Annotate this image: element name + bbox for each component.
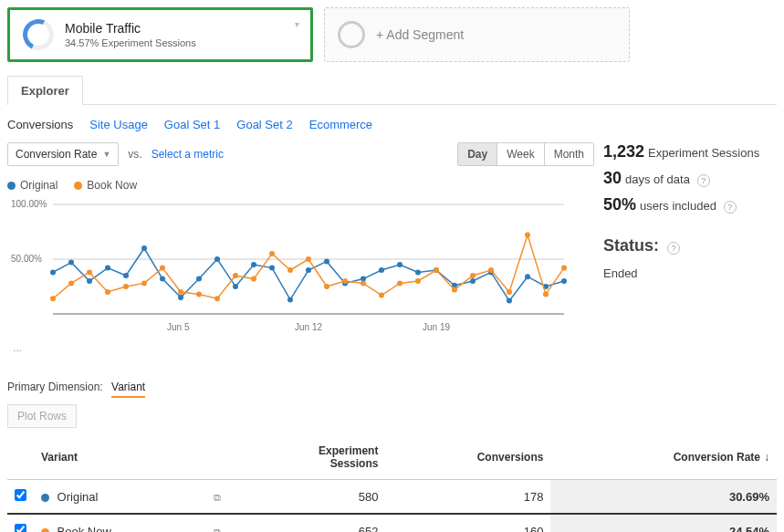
help-icon[interactable]: ? <box>697 174 710 187</box>
svg-point-52 <box>324 284 329 289</box>
legend-original: Original <box>7 179 57 192</box>
svg-point-16 <box>196 276 202 282</box>
cell-rate: 24.54% <box>550 514 777 532</box>
th-conversions[interactable]: Conversions <box>385 435 550 480</box>
svg-point-22 <box>306 267 311 273</box>
svg-point-57 <box>415 278 421 284</box>
caret-down-icon: ▼ <box>102 150 110 159</box>
primary-dimension-label: Primary Dimension: <box>7 381 103 393</box>
cell-variant: Original <box>34 480 206 515</box>
svg-point-63 <box>525 233 530 238</box>
svg-point-41 <box>123 284 129 289</box>
svg-point-33 <box>507 298 512 304</box>
svg-point-60 <box>470 273 476 278</box>
svg-point-39 <box>87 269 92 275</box>
th-variant[interactable]: Variant <box>34 435 206 480</box>
svg-point-17 <box>214 256 220 262</box>
vs-label: vs. <box>128 148 141 161</box>
svg-point-58 <box>434 267 439 273</box>
svg-point-46 <box>214 296 220 301</box>
chevron-down-icon: ▾ <box>295 19 299 29</box>
th-checkbox <box>7 435 34 480</box>
help-icon[interactable]: ? <box>724 201 737 214</box>
dot-icon-orange <box>41 528 49 532</box>
metric2-select[interactable]: Select a metric <box>152 148 224 161</box>
svg-text:Jun 19: Jun 19 <box>423 322 450 332</box>
dot-icon-blue <box>41 494 49 502</box>
svg-point-37 <box>50 296 56 301</box>
segment-mobile-traffic[interactable]: Mobile Traffic 34.57% Experiment Session… <box>7 7 313 62</box>
svg-point-51 <box>306 256 311 262</box>
svg-point-61 <box>488 267 494 273</box>
table-row: Book Now⧉65216024.54% <box>7 514 777 532</box>
summary-users: 50% users included ? <box>603 195 777 214</box>
gran-week[interactable]: Week <box>497 143 544 165</box>
legend-booknow: Book Now <box>74 179 137 192</box>
primary-dimension-value[interactable]: Variant <box>111 381 145 398</box>
cell-rate: 30.69% <box>550 480 777 515</box>
status-heading: Status: ? <box>603 236 777 256</box>
svg-point-55 <box>379 293 384 298</box>
svg-point-28 <box>415 269 421 275</box>
svg-point-49 <box>269 251 275 256</box>
help-icon[interactable]: ? <box>667 242 680 255</box>
subtab-site-usage[interactable]: Site Usage <box>89 118 148 131</box>
svg-text:100.00%: 100.00% <box>11 199 47 209</box>
svg-point-8 <box>50 269 56 275</box>
subtab-goal2[interactable]: Goal Set 2 <box>236 118 292 131</box>
svg-point-20 <box>269 266 275 271</box>
svg-point-15 <box>178 295 183 300</box>
metric1-label: Conversion Rate <box>16 148 97 161</box>
svg-point-27 <box>397 262 402 267</box>
svg-point-42 <box>141 280 147 286</box>
cell-conversions: 178 <box>385 480 550 515</box>
svg-point-65 <box>561 266 567 271</box>
subtab-goal1[interactable]: Goal Set 1 <box>164 118 220 131</box>
gran-month[interactable]: Month <box>545 143 593 165</box>
add-segment-button[interactable]: + Add Segment <box>324 7 630 62</box>
status-value: Ended <box>603 266 777 280</box>
subtab-ecommerce[interactable]: Ecommerce <box>309 118 372 131</box>
row-checkbox[interactable] <box>15 489 26 501</box>
svg-point-36 <box>561 278 567 284</box>
svg-point-53 <box>342 278 348 284</box>
svg-point-56 <box>397 280 402 286</box>
dot-icon-orange <box>74 182 82 190</box>
sort-down-icon: ↓ <box>764 451 769 464</box>
th-sessions[interactable]: Experiment Sessions <box>234 435 385 480</box>
open-icon[interactable]: ⧉ <box>214 527 221 533</box>
row-checkbox[interactable] <box>15 524 26 532</box>
svg-point-64 <box>543 291 549 297</box>
svg-point-48 <box>251 276 256 282</box>
svg-point-12 <box>123 273 129 278</box>
svg-point-31 <box>470 278 476 284</box>
tab-explorer[interactable]: Explorer <box>7 76 83 105</box>
subtab-conversions[interactable]: Conversions <box>7 118 73 131</box>
line-chart: 50.00%100.00%Jun 5Jun 12Jun 19 <box>7 195 573 341</box>
summary-sessions: 1,232 Experiment Sessions <box>603 142 777 162</box>
svg-point-21 <box>287 297 293 302</box>
x-axis-start-ellipsis: … <box>7 341 594 362</box>
svg-point-18 <box>233 284 238 289</box>
svg-point-44 <box>178 289 183 295</box>
svg-point-26 <box>379 267 384 273</box>
dot-icon-blue <box>7 182 16 190</box>
open-icon[interactable]: ⧉ <box>214 492 221 503</box>
cell-variant: Book Now <box>34 514 206 532</box>
svg-point-45 <box>196 291 202 297</box>
svg-point-10 <box>87 278 92 284</box>
metric1-dropdown[interactable]: Conversion Rate ▼ <box>7 142 119 166</box>
svg-point-34 <box>525 274 530 279</box>
plot-rows-button: Plot Rows <box>7 404 77 428</box>
svg-point-50 <box>287 267 293 273</box>
svg-point-54 <box>361 280 366 286</box>
svg-point-47 <box>233 273 238 278</box>
svg-point-43 <box>160 266 165 271</box>
svg-point-9 <box>68 260 74 266</box>
svg-point-23 <box>324 258 329 264</box>
svg-text:Jun 12: Jun 12 <box>295 322 322 332</box>
th-rate[interactable]: Conversion Rate↓ <box>550 435 777 480</box>
gran-day[interactable]: Day <box>458 143 497 165</box>
svg-text:Jun 5: Jun 5 <box>167 322 190 332</box>
svg-point-11 <box>105 266 110 271</box>
